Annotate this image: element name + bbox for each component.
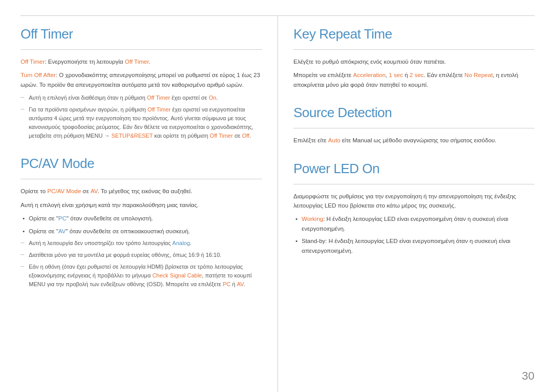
highlight-orange: Off Timer <box>147 95 170 101</box>
body-text: Ορίστε το PC/AV Mode σε AV. Το μέγεθος τ… <box>21 186 262 196</box>
highlight-blue: AV <box>59 228 66 234</box>
body-text: Αυτή η επιλογή είναι χρήσιμη κατά την πα… <box>21 200 262 210</box>
right-column: Key Repeat TimeΕλέγξτε το ρυθμό απόκριση… <box>278 16 534 392</box>
page: Off TimerOff Timer: Ενεργοποιήστε τη λει… <box>0 0 555 392</box>
highlight-orange: Off <box>242 133 249 139</box>
highlight-orange: 2 sec <box>410 72 424 78</box>
section-off-timer: Off TimerOff Timer: Ενεργοποιήστε τη λει… <box>21 26 262 140</box>
section-divider-pc-av-mode <box>21 179 262 179</box>
highlight-orange: AV <box>90 188 97 194</box>
section-title-power-led-on: Power LED On <box>293 161 534 177</box>
section-power-led-on: Power LED OnΔιαμορφώστε τις ρυθμίσεις γι… <box>293 161 534 255</box>
body-text: Turn Off After: Ο χρονοδιακόπτης απενεργ… <box>21 70 262 89</box>
highlight-orange: Off Timer <box>147 106 171 113</box>
indent-item: Αυτή η λειτουργία δεν υποστηρίζει τον τρ… <box>21 239 262 248</box>
section-divider-key-repeat-time <box>293 49 534 50</box>
indent-item: Διατίθεται μόνο για τα μοντέλα με φορμά … <box>21 251 262 259</box>
highlight-orange: 1 sec <box>389 72 403 78</box>
section-pc-av-mode: PC/AV ModeΟρίστε το PC/AV Mode σε AV. Το… <box>21 156 262 289</box>
highlight-orange: PC <box>223 281 231 287</box>
section-title-source-detection: Source Detection <box>293 105 534 121</box>
body-text: Μπορείτε να επιλέξετε Acceleration, 1 se… <box>293 70 534 89</box>
section-divider-off-timer <box>21 49 262 50</box>
section-divider-source-detection <box>293 128 534 128</box>
highlight-orange: SETUP&RESET <box>112 133 153 139</box>
highlight-blue: Analog <box>172 240 190 246</box>
body-text: Ελέγξτε το ρυθμό απόκρισης ενός κουμπιού… <box>293 57 534 66</box>
indent-item: Για τα προϊόντα ορισμένων αγορών, η ρύθμ… <box>21 105 262 140</box>
highlight-orange: Acceleration <box>353 72 385 78</box>
indent-item: Αυτή η επιλογή είναι διαθέσιμη όταν η ρύ… <box>21 94 262 102</box>
bullet-item: Stand-by: Η ένδειξη λειτουργίας LED είνα… <box>293 236 534 255</box>
highlight-orange: Working <box>302 216 323 222</box>
content-area: Off TimerOff Timer: Ενεργοποιήστε τη λει… <box>0 16 555 392</box>
body-text: Διαμορφώστε τις ρυθμίσεις για την ενεργο… <box>293 192 534 211</box>
highlight-orange: Turn Off After <box>21 72 55 78</box>
body-text: Off Timer: Ενεργοποιήστε τη λειτουργία O… <box>21 57 262 66</box>
section-title-pc-av-mode: PC/AV Mode <box>21 156 262 172</box>
body-text: Επιλέξτε είτε Auto είτε Manual ως μέθοδο… <box>293 136 534 145</box>
section-source-detection: Source DetectionΕπιλέξτε είτε Auto είτε … <box>293 105 534 145</box>
page-number: 30 <box>522 369 534 383</box>
bullet-item: Ορίστε σε "PC" όταν συνδεθείτε σε υπολογ… <box>21 214 262 223</box>
highlight-orange: PC/AV Mode <box>47 188 81 194</box>
bullet-item: Working: Η ένδειξη λειτουργίας LED είναι… <box>293 214 534 233</box>
highlight-orange: Off Timer <box>125 59 149 65</box>
left-column: Off TimerOff Timer: Ενεργοποιήστε τη λει… <box>21 16 278 392</box>
section-title-key-repeat-time: Key Repeat Time <box>293 26 534 42</box>
bullet-item: Ορίστε σε "AV" όταν συνδεθείτε σε οπτικο… <box>21 227 262 236</box>
highlight-blue: PC <box>59 215 67 221</box>
highlight-orange: On <box>209 95 216 101</box>
highlight-orange: Auto <box>328 137 341 143</box>
highlight-orange: AV <box>237 281 244 287</box>
highlight-orange: Off Timer <box>210 133 233 139</box>
section-key-repeat-time: Key Repeat TimeΕλέγξτε το ρυθμό απόκριση… <box>293 26 534 89</box>
highlight-orange: No Repeat <box>465 72 493 78</box>
section-title-off-timer: Off Timer <box>21 26 262 42</box>
section-divider-power-led-on <box>293 184 534 184</box>
highlight-orange: Check Signal Cable <box>152 272 202 278</box>
highlight-orange: Off Timer <box>21 59 45 65</box>
indent-item: Εάν η οθόνη (όταν έχει ρυθμιστεί σε λειτ… <box>21 263 262 289</box>
